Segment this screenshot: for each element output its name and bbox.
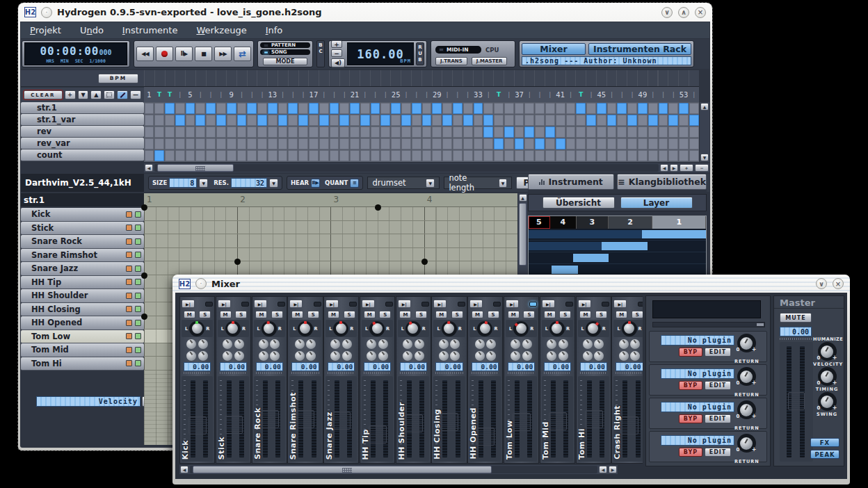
song-cell[interactable] (186, 127, 195, 138)
fader-handle[interactable] (440, 413, 458, 431)
song-cell[interactable] (195, 138, 205, 149)
instrument-mute-dot[interactable] (126, 347, 132, 353)
song-cell[interactable] (278, 103, 288, 114)
zoom-out-button[interactable]: − (695, 164, 709, 172)
instrument-solo-dot[interactable] (135, 306, 141, 312)
new-pattern-button[interactable]: + (65, 90, 76, 99)
trigger-sample-button[interactable]: ▶| (289, 300, 303, 308)
song-cell[interactable] (145, 150, 154, 161)
song-cell[interactable] (380, 103, 390, 114)
song-cell[interactable] (566, 115, 576, 126)
instrument-row[interactable]: Stick (21, 222, 144, 236)
note-row[interactable] (144, 248, 517, 262)
song-cell[interactable] (504, 150, 514, 161)
song-cell[interactable] (247, 115, 257, 126)
fx-bypass-button[interactable]: BYP (679, 414, 702, 423)
menu-item-projekt[interactable]: Projekt (30, 25, 61, 35)
note-dot[interactable] (141, 314, 147, 320)
fx-edit-button[interactable]: EDIT (705, 414, 731, 423)
song-cell[interactable] (432, 115, 442, 126)
fx-send-knob-4[interactable] (378, 351, 388, 361)
song-cell[interactable] (607, 103, 617, 114)
song-cell[interactable] (442, 138, 452, 149)
timeline-position-1[interactable]: 1 (144, 91, 154, 99)
strip-solo-button[interactable]: S (488, 311, 499, 318)
fader-handle[interactable] (620, 416, 638, 434)
strip-mute-button[interactable]: M (616, 311, 627, 318)
timeline-position-45[interactable]: 45 (596, 91, 606, 99)
song-cell[interactable] (474, 138, 483, 149)
trigger-sample-button[interactable]: ▶| (433, 300, 447, 308)
timeline-position-31[interactable]: | (452, 91, 463, 98)
song-cell[interactable] (586, 115, 596, 126)
fx-send-knob-2[interactable] (198, 339, 208, 349)
strip-solo-button[interactable]: S (559, 311, 571, 318)
song-cell[interactable] (339, 115, 349, 126)
song-cell[interactable] (330, 103, 339, 114)
scrollbar-track[interactable] (154, 164, 659, 172)
song-cell[interactable] (524, 103, 534, 114)
song-cell[interactable] (412, 103, 421, 114)
fader-handle[interactable] (261, 410, 279, 428)
song-cell[interactable] (442, 115, 452, 126)
timeline-position-4[interactable]: | (175, 91, 185, 98)
song-cell[interactable] (145, 127, 154, 138)
song-cell[interactable] (679, 127, 689, 138)
song-cell[interactable] (216, 150, 226, 161)
menu-item-werkzeuge[interactable]: Werkzeuge (196, 25, 246, 35)
song-cell[interactable] (350, 127, 360, 138)
song-cell[interactable] (319, 138, 329, 149)
song-cell[interactable] (679, 103, 689, 114)
timeline-position-38[interactable]: | (524, 91, 535, 98)
song-cell[interactable] (195, 115, 205, 126)
mixer-page-right-icon[interactable]: ▶ (609, 466, 617, 473)
song-cell[interactable] (319, 127, 329, 138)
volume-fader[interactable]: HH Shoulder (398, 376, 429, 462)
fx-send-knob-4[interactable] (198, 351, 208, 361)
song-cell[interactable] (474, 150, 483, 161)
timeline-position-49[interactable]: 49 (638, 91, 648, 99)
fx-send-knob-4[interactable] (342, 351, 352, 361)
song-cell[interactable] (227, 103, 236, 114)
song-cell[interactable] (659, 127, 668, 138)
song-cell[interactable] (638, 115, 648, 126)
song-cell[interactable] (268, 127, 278, 138)
song-cell[interactable] (432, 138, 442, 149)
song-cell[interactable] (165, 103, 175, 114)
song-cell[interactable] (627, 127, 637, 138)
fader-handle[interactable] (549, 412, 567, 430)
timeline-position-8[interactable]: | (216, 91, 226, 98)
instrument-solo-dot[interactable] (135, 360, 141, 366)
beat-counter-label[interactable]: BC (316, 40, 325, 67)
note-row[interactable] (144, 234, 517, 248)
song-horizontal-scrollbar[interactable]: ◀ ◀ ▶ + − (144, 163, 709, 172)
fx-return-knob[interactable]: 0+ (737, 367, 756, 386)
timeline-position-18[interactable]: | (319, 91, 329, 98)
stop-button[interactable]: ■ (195, 47, 212, 61)
song-cell[interactable] (648, 138, 658, 149)
fx-send-knob-1[interactable] (223, 339, 232, 349)
song-cell[interactable] (257, 138, 267, 149)
fx-send-knob-2[interactable] (594, 339, 604, 349)
song-cell[interactable] (504, 138, 514, 149)
strip-solo-button[interactable]: S (199, 311, 211, 318)
timeline-position-46[interactable]: | (606, 91, 617, 98)
maximize-icon[interactable]: ∧ (678, 7, 689, 18)
song-cell[interactable] (545, 150, 555, 161)
song-cell[interactable] (474, 115, 483, 126)
timeline-position-13[interactable]: 13 (267, 91, 278, 99)
instrument-row[interactable]: HH Shoulder (21, 289, 144, 303)
song-cell[interactable] (175, 127, 185, 138)
song-cell[interactable] (237, 138, 247, 149)
rubberband-label[interactable]: RUB (416, 42, 424, 65)
fx-send-knob-1[interactable] (583, 339, 593, 349)
fx-bypass-button[interactable]: BYP (679, 348, 702, 357)
song-cell[interactable] (206, 150, 216, 161)
record-button[interactable] (156, 47, 173, 61)
song-cell[interactable] (504, 115, 514, 126)
song-cell[interactable] (689, 127, 699, 138)
song-cell[interactable] (401, 150, 411, 161)
pattern-ruler[interactable]: 1234 (144, 193, 517, 207)
song-cell[interactable] (556, 103, 565, 114)
song-cell[interactable] (268, 115, 278, 126)
